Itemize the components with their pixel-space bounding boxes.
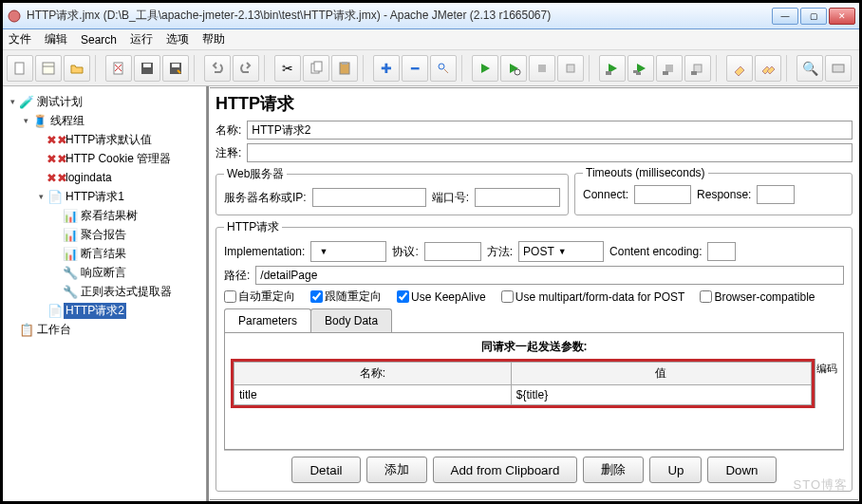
response-input[interactable] [757, 185, 795, 204]
tree-restree[interactable]: 察看结果树 [79, 208, 140, 224]
redo-icon[interactable] [233, 55, 259, 82]
params-title: 同请求一起发送参数: [231, 339, 837, 355]
chk-browser[interactable]: Browser-compatible [700, 290, 815, 304]
remote-stop-icon[interactable] [656, 55, 683, 82]
cell-value[interactable]: ${title} [511, 385, 811, 405]
remote-shutdown-icon[interactable] [684, 55, 711, 82]
shutdown-icon[interactable] [557, 55, 584, 82]
params-table[interactable]: 名称: 值 title ${title} [234, 362, 812, 405]
undo-icon[interactable] [204, 55, 231, 82]
httpreq-legend: HTTP请求 [224, 219, 282, 235]
name-label: 名称: [216, 122, 241, 139]
start-notimers-icon[interactable] [500, 55, 527, 82]
menu-file[interactable]: 文件 [9, 31, 31, 47]
menu-options[interactable]: 选项 [166, 31, 189, 47]
svg-rect-26 [833, 65, 844, 72]
open-icon[interactable] [64, 55, 90, 82]
menu-search[interactable]: Search [81, 33, 117, 47]
chk-multipart[interactable]: Use multipart/form-data for POST [501, 290, 685, 304]
listener-icon: 📊 [62, 209, 79, 223]
impl-label: Implementation: [224, 245, 305, 258]
tree-req1[interactable]: HTTP请求1 [64, 189, 126, 205]
start-icon[interactable] [472, 55, 498, 82]
detail-button[interactable]: Detail [291, 457, 360, 483]
chk-autoredir[interactable]: 自动重定向 [224, 289, 295, 305]
delete-button[interactable]: 删除 [583, 457, 644, 483]
add-button[interactable]: 添加 [366, 457, 427, 483]
tab-parameters[interactable]: Parameters [224, 308, 311, 332]
save-icon[interactable] [134, 55, 160, 82]
tree-aggrep[interactable]: 聚合报告 [79, 227, 128, 243]
tree-respassert[interactable]: 响应断言 [79, 265, 128, 281]
port-input[interactable] [475, 188, 560, 207]
encoding-input[interactable] [707, 242, 736, 261]
menu-help[interactable]: 帮助 [202, 31, 225, 47]
remote-start-icon[interactable] [599, 55, 626, 82]
svg-rect-23 [663, 71, 668, 75]
tree-cookie[interactable]: HTTP Cookie 管理器 [64, 151, 173, 167]
tree-req2[interactable]: HTTP请求2 [64, 303, 126, 319]
app-icon [7, 9, 22, 24]
close-plan-icon[interactable] [105, 55, 132, 82]
impl-combo[interactable]: ▼ [310, 241, 386, 262]
svg-point-0 [9, 10, 20, 22]
col-value: 值 [511, 363, 811, 385]
tree-regex[interactable]: 正则表达式提取器 [79, 284, 174, 300]
templates-icon[interactable] [35, 55, 62, 82]
new-icon[interactable] [7, 55, 33, 82]
test-plan-tree[interactable]: ▾🧪测试计划 ▾🧵线程组 ✖✖HTTP请求默认值 ✖✖HTTP Cookie 管… [3, 86, 207, 501]
protocol-input[interactable] [424, 242, 481, 261]
expand-icon[interactable]: ✚ [373, 55, 400, 82]
chk-keepalive[interactable]: Use KeepAlive [397, 290, 486, 304]
toggle-icon[interactable] [430, 55, 457, 82]
assertion-icon: 🔧 [62, 266, 79, 280]
minimize-button[interactable]: — [772, 8, 798, 25]
sampler-icon: 📄 [47, 190, 64, 204]
collapse-icon[interactable]: ━ [402, 55, 428, 82]
stop-icon[interactable] [529, 55, 555, 82]
up-button[interactable]: Up [649, 457, 702, 483]
saveas-icon[interactable] [162, 55, 189, 82]
paste-icon[interactable] [331, 55, 358, 82]
tree-workbench[interactable]: 工作台 [35, 322, 73, 338]
tree-assertres[interactable]: 断言结果 [79, 246, 128, 262]
clearall-icon[interactable] [755, 55, 781, 82]
down-button[interactable]: Down [707, 457, 776, 483]
close-button[interactable]: ✕ [829, 8, 855, 25]
path-input[interactable] [255, 266, 844, 285]
tab-bodydata[interactable]: Body Data [310, 308, 392, 332]
csv-icon: ✖✖ [47, 171, 64, 185]
method-combo[interactable]: POST▼ [518, 241, 604, 262]
search-tree-icon[interactable]: 🔍 [796, 55, 823, 82]
tree-httpdefault[interactable]: HTTP请求默认值 [64, 132, 154, 148]
svg-rect-12 [314, 62, 322, 71]
cell-name[interactable]: title [234, 385, 512, 405]
config-icon: ✖✖ [47, 133, 64, 147]
tree-threadgroup[interactable]: 线程组 [48, 113, 86, 129]
method-label: 方法: [487, 244, 513, 260]
server-label: 服务器名称或IP: [224, 190, 307, 206]
server-input[interactable] [312, 188, 426, 207]
add-clipboard-button[interactable]: Add from Clipboard [433, 457, 578, 483]
encoding-label: Content encoding: [609, 245, 702, 258]
svg-point-16 [515, 69, 520, 75]
protocol-label: 协议: [392, 244, 418, 260]
tree-testplan[interactable]: 测试计划 [35, 94, 84, 110]
name-input[interactable] [247, 121, 853, 140]
connect-input[interactable] [634, 185, 691, 204]
timeouts-legend: Timeouts (milliseconds) [583, 166, 708, 179]
chk-followredir[interactable]: 跟随重定向 [310, 289, 382, 305]
cut-icon[interactable]: ✂ [274, 55, 301, 82]
tree-logindata[interactable]: logindata [64, 171, 114, 184]
path-label: 路径: [224, 268, 250, 284]
remote-start-all-icon[interactable] [628, 55, 654, 82]
clear-icon[interactable] [726, 55, 753, 82]
comment-input[interactable] [247, 143, 853, 162]
svg-rect-18 [567, 65, 574, 72]
svg-rect-25 [691, 71, 697, 75]
menu-edit[interactable]: 编辑 [45, 31, 67, 47]
copy-icon[interactable] [303, 55, 329, 82]
maximize-button[interactable]: ▢ [800, 8, 827, 25]
function-helper-icon[interactable] [825, 55, 852, 82]
menu-run[interactable]: 运行 [130, 31, 153, 47]
